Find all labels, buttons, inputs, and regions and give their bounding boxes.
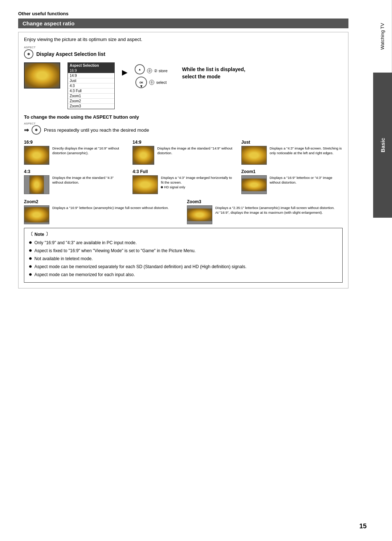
- intro-text: Enjoy viewing the picture at its optimum…: [24, 37, 343, 42]
- mode-item-zoom3: Zoom3 Displays a "2.35:1" letterbox (ana…: [187, 199, 343, 224]
- other-useful-functions-heading: Other useful functions: [18, 11, 348, 16]
- mode-item-just: Just Displays a "4:3" image full-screen.…: [241, 140, 343, 165]
- section-body: Enjoy viewing the picture at its optimum…: [18, 32, 348, 288]
- mode-thumb-43: [24, 175, 49, 194]
- press-row: ASPECT ⇒ ⊕ Press repeatedly until you re…: [24, 122, 343, 135]
- flower-image-main: [25, 63, 60, 88]
- mode-label-zoom3: Zoom3: [187, 199, 343, 204]
- mode-thumb-149: [132, 146, 154, 165]
- aspect-menu-item-just[interactable]: Just: [68, 78, 114, 83]
- mode-thumb-just: [241, 146, 267, 165]
- mode-row-43: Displays the image at the standard "4:3"…: [24, 175, 125, 194]
- tv-thumbnail-main: [24, 62, 60, 89]
- aspect-button-press-icon: ⊕: [32, 125, 41, 135]
- mode-desc-43: Displays the image at the standard "4:3"…: [52, 175, 125, 185]
- aspect-label-top: ASPECT: [24, 46, 36, 49]
- note-item-1: ● Only "16:9" and "4:3" are available in…: [29, 239, 338, 246]
- note-item-2: ● Aspect is fixed to "16:9" when "Viewin…: [29, 247, 338, 254]
- aspect-selection-menu: Aspect Selection 16:9 14:9 Just 4:3 4:3 …: [68, 62, 115, 109]
- mode-item-149: 14:9 Displays the image at the standard …: [132, 140, 234, 165]
- mode-label-149: 14:9: [132, 140, 234, 145]
- note-item-4: ● Aspect mode can be memorized separatel…: [29, 263, 338, 270]
- ok-circle-button: OK ▼: [135, 77, 147, 88]
- hd-note: HD signal only: [161, 185, 234, 190]
- mode-item-43full: 4:3 Full Displays a "4:3" image enlarged…: [132, 169, 234, 194]
- change-mode-title: To change the mode using the ASPECT butt…: [24, 114, 343, 120]
- mode-desc-169: Directly displays the image at "16:9" wi…: [52, 146, 125, 156]
- mode-row-zoom3: Displays a "2.35:1" letterbox (anamorphi…: [187, 205, 343, 224]
- mode-thumb-169: [24, 146, 49, 165]
- section-header: Change aspect ratio: [18, 19, 348, 28]
- main-content: Other useful functions Change aspect rat…: [0, 0, 359, 541]
- while-text: While the list is displayed,select the m…: [182, 62, 245, 80]
- aspect-menu-item-43full[interactable]: 4:3 Full: [68, 89, 114, 94]
- display-aspect-title: Display Aspect Selection list: [36, 51, 105, 57]
- press-text: Press repeatedly until you reach the des…: [44, 127, 149, 133]
- arrow-press-icon: ⇒: [24, 127, 29, 134]
- mode-row-zoom1: Displays a "16:9" letterbox or "4:3" ima…: [241, 175, 343, 194]
- arrow-right-icon: ▶: [122, 62, 127, 77]
- mode-thumb-zoom3: [187, 205, 212, 224]
- aspect-menu-item-169[interactable]: 16:9: [68, 68, 114, 73]
- mode-item-zoom1: Zoom1 Displays a "16:9" letterbox or "4:…: [241, 169, 343, 194]
- select-label: select: [156, 80, 167, 85]
- mode-thumb-zoom1: [241, 175, 267, 194]
- note-item-3: ● Not available in teletext mode.: [29, 255, 338, 262]
- mode-row-169: Directly displays the image at "16:9" wi…: [24, 146, 125, 165]
- store-circle: ②: [147, 68, 152, 73]
- mode-label-zoom2: Zoom2: [24, 199, 180, 204]
- up-button-icon: ▲: [135, 64, 145, 74]
- note-item-5: ● Aspect mode can be memorized for each …: [29, 271, 338, 278]
- mode-row-43full: Displays a "4:3" image enlarged horizont…: [132, 175, 234, 194]
- mode-row-zoom2: Displays a "16:9" letterbox (anamorphic)…: [24, 205, 180, 224]
- store-item: ② ② store: [147, 68, 168, 73]
- aspect-diagram-row: Aspect Selection 16:9 14:9 Just 4:3 4:3 …: [24, 62, 343, 109]
- mode-thumb-43full: [132, 175, 158, 194]
- aspect-button-icon: ⊕: [24, 49, 33, 59]
- mode-label-zoom1: Zoom1: [241, 169, 343, 174]
- mode-item-169: 16:9 Directly displays the image at "16:…: [24, 140, 125, 165]
- store-select-area: ② ② store: [147, 65, 168, 73]
- aspect-menu-item-zoom2[interactable]: Zoom2: [68, 99, 114, 104]
- aspect-menu-item-43[interactable]: 4:3: [68, 83, 114, 89]
- mode-row-149: Displays the image at the standard "14:9…: [132, 146, 234, 165]
- zoom-bottom-row: Zoom2 Displays a "16:9" letterbox (anamo…: [24, 199, 343, 224]
- mode-label-169: 16:9: [24, 140, 125, 145]
- mode-desc-just: Displays a "4:3" image full-screen. Stre…: [270, 146, 343, 156]
- mode-desc-zoom1: Displays a "16:9" letterbox or "4:3" ima…: [270, 175, 343, 185]
- mode-label-43: 4:3: [24, 169, 125, 174]
- mode-desc-43full: Displays a "4:3" image enlarged horizont…: [161, 175, 234, 189]
- aspect-menu-item-zoom1[interactable]: Zoom1: [68, 94, 114, 99]
- change-mode-section: To change the mode using the ASPECT butt…: [24, 114, 343, 135]
- ok-button-area: ▲ ② ② store OK ▼: [135, 62, 168, 88]
- modes-grid: 16:9 Directly displays the image at "16:…: [24, 140, 343, 194]
- basic-sidebar: Basic: [373, 73, 392, 218]
- aspect-menu-item-149[interactable]: 14:9: [68, 73, 114, 78]
- aspect-label-press: ASPECT: [24, 122, 36, 125]
- watching-tv-sidebar: Watching TV: [373, 0, 392, 73]
- mode-label-just: Just: [241, 140, 343, 145]
- note-box: 〔 Note 〕 ● Only "16:9" and "4:3" are ava…: [24, 228, 343, 283]
- mode-desc-149: Displays the image at the standard "14:9…: [157, 146, 234, 156]
- select-item: ① select: [149, 80, 167, 85]
- store-label: ② store: [154, 69, 168, 73]
- aspect-menu-item-zoom3[interactable]: Zoom3: [68, 104, 114, 109]
- mode-desc-zoom3: Displays a "2.35:1" letterbox (anamorphi…: [215, 205, 343, 215]
- select-circle: ①: [149, 80, 154, 85]
- aspect-menu-header: Aspect Selection: [68, 63, 114, 68]
- note-header: 〔 Note 〕: [29, 231, 338, 237]
- mode-thumb-zoom2: [24, 205, 49, 224]
- mode-item-43: 4:3 Displays the image at the standard "…: [24, 169, 125, 194]
- mode-label-43full: 4:3 Full: [132, 169, 234, 174]
- page-number: 15: [359, 522, 367, 530]
- mode-row-just: Displays a "4:3" image full-screen. Stre…: [241, 146, 343, 165]
- mode-desc-zoom2: Displays a "16:9" letterbox (anamorphic)…: [52, 205, 180, 210]
- mode-item-zoom2: Zoom2 Displays a "16:9" letterbox (anamo…: [24, 199, 180, 224]
